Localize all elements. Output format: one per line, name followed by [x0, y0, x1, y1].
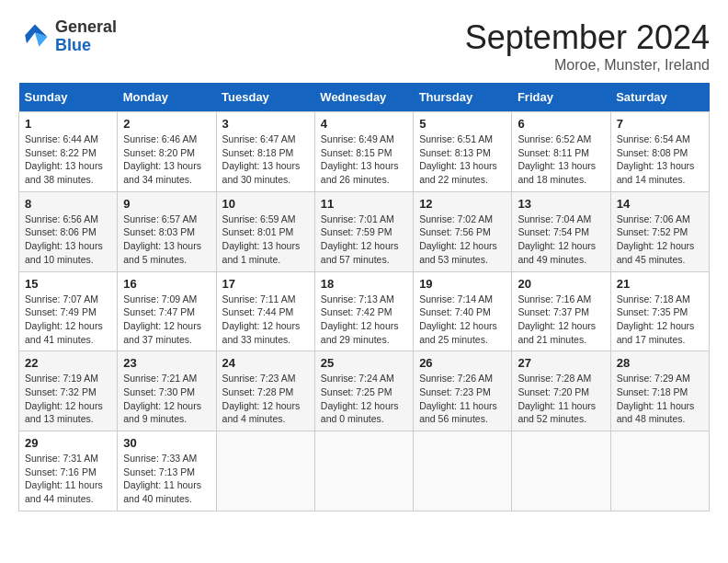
day-number: 6	[518, 117, 604, 131]
day-info: Sunrise: 7:31 AM Sunset: 7:16 PM Dayligh…	[25, 452, 111, 506]
calendar-cell: 12Sunrise: 7:02 AM Sunset: 7:56 PM Dayli…	[414, 191, 512, 271]
day-number: 22	[25, 356, 111, 370]
day-info: Sunrise: 6:52 AM Sunset: 8:11 PM Dayligh…	[518, 132, 604, 187]
day-info: Sunrise: 7:02 AM Sunset: 7:56 PM Dayligh…	[419, 213, 506, 267]
day-number: 27	[518, 356, 604, 370]
location-title: Moroe, Munster, Ireland	[465, 57, 710, 74]
calendar-cell: 13Sunrise: 7:04 AM Sunset: 7:54 PM Dayli…	[512, 191, 610, 271]
day-number: 16	[123, 277, 210, 291]
day-info: Sunrise: 6:51 AM Sunset: 8:13 PM Dayligh…	[419, 132, 506, 187]
calendar-cell: 5Sunrise: 6:51 AM Sunset: 8:13 PM Daylig…	[414, 112, 512, 192]
day-number: 17	[222, 277, 309, 291]
month-title: September 2024	[465, 18, 710, 57]
calendar-cell: 25Sunrise: 7:24 AM Sunset: 7:25 PM Dayli…	[314, 351, 413, 431]
header-cell-tuesday: Tuesday	[216, 83, 314, 112]
day-number: 4	[321, 117, 407, 131]
logo-icon	[18, 20, 51, 53]
day-number: 18	[321, 277, 407, 291]
calendar-cell: 1Sunrise: 6:44 AM Sunset: 8:22 PM Daylig…	[19, 112, 118, 192]
day-number: 24	[222, 356, 309, 370]
header-cell-saturday: Saturday	[610, 83, 709, 112]
day-info: Sunrise: 7:18 AM Sunset: 7:35 PM Dayligh…	[617, 293, 703, 347]
day-number: 19	[419, 277, 506, 291]
day-number: 20	[518, 277, 604, 291]
calendar-cell: 7Sunrise: 6:54 AM Sunset: 8:08 PM Daylig…	[610, 112, 709, 192]
calendar-cell: 8Sunrise: 6:56 AM Sunset: 8:06 PM Daylig…	[19, 191, 118, 271]
header-cell-sunday: Sunday	[19, 83, 118, 112]
calendar-week-5: 29Sunrise: 7:31 AM Sunset: 7:16 PM Dayli…	[19, 431, 710, 511]
day-number: 7	[617, 117, 703, 131]
day-info: Sunrise: 6:54 AM Sunset: 8:08 PM Dayligh…	[617, 132, 703, 187]
header-cell-thursday: Thursday	[414, 83, 512, 112]
calendar-cell: 20Sunrise: 7:16 AM Sunset: 7:37 PM Dayli…	[512, 271, 610, 351]
day-info: Sunrise: 7:06 AM Sunset: 7:52 PM Dayligh…	[617, 213, 703, 267]
day-info: Sunrise: 7:09 AM Sunset: 7:47 PM Dayligh…	[123, 293, 210, 347]
day-info: Sunrise: 7:11 AM Sunset: 7:44 PM Dayligh…	[222, 293, 309, 347]
day-info: Sunrise: 7:19 AM Sunset: 7:32 PM Dayligh…	[25, 372, 111, 426]
day-info: Sunrise: 7:29 AM Sunset: 7:18 PM Dayligh…	[617, 372, 703, 426]
calendar-week-2: 8Sunrise: 6:56 AM Sunset: 8:06 PM Daylig…	[19, 191, 710, 271]
calendar-cell: 19Sunrise: 7:14 AM Sunset: 7:40 PM Dayli…	[414, 271, 512, 351]
calendar-cell	[512, 431, 610, 511]
day-number: 21	[617, 277, 703, 291]
calendar-cell: 9Sunrise: 6:57 AM Sunset: 8:03 PM Daylig…	[118, 191, 216, 271]
calendar-cell: 22Sunrise: 7:19 AM Sunset: 7:32 PM Dayli…	[19, 351, 118, 431]
day-number: 10	[222, 197, 309, 211]
day-number: 15	[25, 277, 111, 291]
day-info: Sunrise: 7:14 AM Sunset: 7:40 PM Dayligh…	[419, 293, 506, 347]
calendar-cell: 16Sunrise: 7:09 AM Sunset: 7:47 PM Dayli…	[118, 271, 216, 351]
day-number: 26	[419, 356, 506, 370]
calendar-week-3: 15Sunrise: 7:07 AM Sunset: 7:49 PM Dayli…	[19, 271, 710, 351]
day-number: 2	[123, 117, 210, 131]
day-number: 28	[617, 356, 703, 370]
calendar-cell: 10Sunrise: 6:59 AM Sunset: 8:01 PM Dayli…	[216, 191, 314, 271]
calendar-cell: 6Sunrise: 6:52 AM Sunset: 8:11 PM Daylig…	[512, 112, 610, 192]
day-info: Sunrise: 7:24 AM Sunset: 7:25 PM Dayligh…	[321, 372, 407, 426]
calendar-cell: 17Sunrise: 7:11 AM Sunset: 7:44 PM Dayli…	[216, 271, 314, 351]
day-info: Sunrise: 7:04 AM Sunset: 7:54 PM Dayligh…	[518, 213, 604, 267]
calendar-cell: 30Sunrise: 7:33 AM Sunset: 7:13 PM Dayli…	[118, 431, 216, 511]
day-info: Sunrise: 6:49 AM Sunset: 8:15 PM Dayligh…	[321, 132, 407, 187]
calendar-cell: 11Sunrise: 7:01 AM Sunset: 7:59 PM Dayli…	[314, 191, 413, 271]
page-header: General Blue September 2024 Moroe, Munst…	[18, 18, 710, 74]
calendar-cell	[216, 431, 314, 511]
day-number: 11	[321, 197, 407, 211]
day-number: 13	[518, 197, 604, 211]
day-info: Sunrise: 7:13 AM Sunset: 7:42 PM Dayligh…	[321, 293, 407, 347]
day-number: 25	[321, 356, 407, 370]
day-info: Sunrise: 7:28 AM Sunset: 7:20 PM Dayligh…	[518, 372, 604, 426]
day-number: 9	[123, 197, 210, 211]
day-info: Sunrise: 6:59 AM Sunset: 8:01 PM Dayligh…	[222, 213, 309, 267]
calendar-week-4: 22Sunrise: 7:19 AM Sunset: 7:32 PM Dayli…	[19, 351, 710, 431]
day-number: 1	[25, 117, 111, 131]
calendar-cell: 28Sunrise: 7:29 AM Sunset: 7:18 PM Dayli…	[610, 351, 709, 431]
day-info: Sunrise: 7:26 AM Sunset: 7:23 PM Dayligh…	[419, 372, 506, 426]
day-info: Sunrise: 7:33 AM Sunset: 7:13 PM Dayligh…	[123, 452, 210, 506]
header-cell-monday: Monday	[118, 83, 216, 112]
calendar-table: SundayMondayTuesdayWednesdayThursdayFrid…	[18, 83, 710, 511]
logo-text: General Blue	[55, 18, 117, 55]
day-number: 29	[25, 436, 111, 450]
day-number: 14	[617, 197, 703, 211]
calendar-cell	[314, 431, 413, 511]
header-cell-friday: Friday	[512, 83, 610, 112]
day-number: 23	[123, 356, 210, 370]
header-cell-wednesday: Wednesday	[314, 83, 413, 112]
day-info: Sunrise: 7:23 AM Sunset: 7:28 PM Dayligh…	[222, 372, 309, 426]
calendar-cell	[414, 431, 512, 511]
calendar-header-row: SundayMondayTuesdayWednesdayThursdayFrid…	[19, 83, 710, 112]
calendar-cell: 23Sunrise: 7:21 AM Sunset: 7:30 PM Dayli…	[118, 351, 216, 431]
logo: General Blue	[18, 18, 117, 55]
day-info: Sunrise: 6:47 AM Sunset: 8:18 PM Dayligh…	[222, 132, 309, 187]
day-info: Sunrise: 6:46 AM Sunset: 8:20 PM Dayligh…	[123, 132, 210, 187]
calendar-cell: 27Sunrise: 7:28 AM Sunset: 7:20 PM Dayli…	[512, 351, 610, 431]
calendar-cell: 29Sunrise: 7:31 AM Sunset: 7:16 PM Dayli…	[19, 431, 118, 511]
day-number: 3	[222, 117, 309, 131]
day-number: 30	[123, 436, 210, 450]
title-section: September 2024 Moroe, Munster, Ireland	[465, 18, 710, 74]
calendar-cell: 2Sunrise: 6:46 AM Sunset: 8:20 PM Daylig…	[118, 112, 216, 192]
calendar-cell: 24Sunrise: 7:23 AM Sunset: 7:28 PM Dayli…	[216, 351, 314, 431]
day-info: Sunrise: 6:44 AM Sunset: 8:22 PM Dayligh…	[25, 132, 111, 187]
day-number: 8	[25, 197, 111, 211]
day-info: Sunrise: 7:01 AM Sunset: 7:59 PM Dayligh…	[321, 213, 407, 267]
